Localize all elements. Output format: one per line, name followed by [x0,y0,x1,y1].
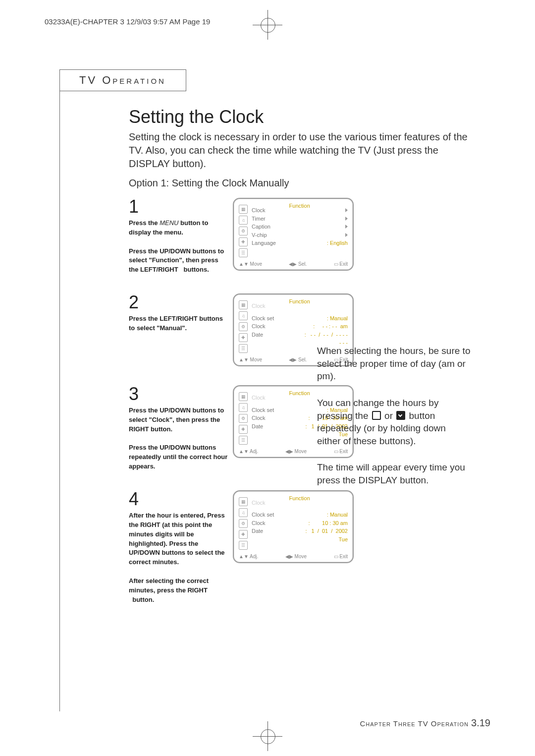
intro-text: Setting the clock is necessary in order … [129,130,476,171]
osd-menu-row: Clock: 10 : 30 am [252,519,348,527]
osd-category-icon: ⚙ [239,519,248,528]
step-instructions: 2Press the LEFT/RIGHT buttons to select … [129,293,233,333]
step-text: Press the LEFT/RIGHT buttons to select "… [129,314,228,333]
osd-hint: ▲▼ Adj. [239,449,258,454]
osd-row-label: Language [252,239,276,247]
osd-title: Function [289,203,310,209]
osd-title: Function [289,495,310,501]
osd-hint: ▲▼ Move [239,261,262,267]
step-text: Press the UP/DOWN buttons to select "Clo… [129,406,228,471]
step-instructions: 1Press the MENU button to display the me… [129,198,233,275]
option-heading: Option 1: Setting the Clock Manually [129,177,476,189]
osd-menu-list: ClockClock set: ManualClock: 10 : 30 amD… [252,497,348,550]
osd-row-label: Caption [252,223,270,231]
osd-hint: ◀▶ Sel. [289,357,307,362]
osd-category-icon: ✚ [239,425,248,434]
osd-title: Function [289,390,310,396]
osd-category-icon: ▦ [239,205,248,214]
step-number: 1 [129,198,228,216]
osd-menu-row: Date: - - / - - / - - - - [252,331,348,339]
note-fragment: or [384,410,393,421]
note-text: The time will appear every time you pres… [317,461,471,486]
osd-category-icon: ⚙ [239,227,248,235]
note-text: When selecting the hours, be sure to sel… [317,345,471,383]
down-button-icon [396,411,405,420]
osd-row-label: Date [252,331,263,339]
note-text: You can change the hours by pressing the… [317,397,471,448]
osd-screenshot: Function▦♫⚙✚☰ClockTimerCaptionV-chipLang… [233,198,354,271]
osd-hint: ◀▶ Sel. [289,261,307,267]
arrow-right-icon [344,206,348,215]
arrow-right-icon [344,215,348,223]
osd-row-value: : - - / - - / - - - - [305,331,348,339]
osd-hint: ▲▼ Adj. [239,554,258,559]
osd-screenshot: Function▦♫⚙✚☰ClockClock set: ManualClock… [233,490,354,563]
step-text: Press the MENU button to display the men… [129,219,228,275]
osd-row-value: : - - : - - am [313,322,348,331]
osd-hint: ◀▶ Move [285,554,307,559]
osd-icon-column: ▦♫⚙✚☰ [239,205,248,257]
osd-footer-hints: ▲▼ Adj.◀▶ Move▭ Exit [239,554,348,559]
step-number: 3 [129,385,228,403]
osd-row-value: : Manual [327,314,348,323]
osd-category-icon: ♫ [239,508,248,517]
osd-menu-row: Language: English [252,239,348,247]
osd-menu-row: V-chip [252,231,348,239]
osd-row-label: Clock [252,519,266,527]
step-text: After the hour is entered, Press the RIG… [129,511,228,604]
osd-row-label: Timer [252,215,266,223]
osd-menu-row: Caption [252,223,348,231]
osd-row-label: Clock [252,414,266,422]
osd-hint: ▲▼ Move [239,357,262,362]
osd-category-icon: ⚙ [239,322,248,331]
side-notes: When selecting the hours, be sure to sel… [317,345,471,501]
osd-row-value: : Manual [327,511,348,519]
page-title: Setting the Clock [129,107,476,127]
osd-menu-list: ClockTimerCaptionV-chipLanguage: English [252,205,348,257]
osd-icon-column: ▦♫⚙✚☰ [239,497,248,550]
osd-category-icon: ☰ [239,344,248,353]
step-instructions: 4After the hour is entered, Press the RI… [129,490,233,604]
osd-menu-row: Clock set: Manual [252,511,348,519]
footer-chapter: Chapter Three TV Operation [360,719,469,728]
osd-category-icon: ✚ [239,530,248,539]
osd-title: Function [289,298,310,304]
page-footer: Chapter Three TV Operation 3.19 [360,717,491,729]
side-rule [59,69,60,711]
osd-hint: ▭ Exit [334,554,348,559]
osd-menu-row: Timer [252,215,348,223]
osd-row-value: : English [327,239,348,247]
osd-category-icon: ☰ [239,436,248,445]
osd-row-label: Clock [252,206,266,215]
osd-row-label: V-chip [252,231,267,239]
step-number: 2 [129,293,228,311]
arrow-right-icon [344,223,348,231]
step-row: 4After the hour is entered, Press the RI… [129,490,476,604]
up-button-icon [372,411,381,420]
osd-category-icon: ▦ [239,497,248,506]
section-label: TV Operation [59,69,186,91]
osd-row-label: Clock set [252,511,274,519]
osd-hint: ◀▶ Move [285,449,307,454]
arrow-right-icon [344,231,348,239]
osd-category-icon: ✚ [239,333,248,342]
osd-icon-column: ▦♫⚙✚☰ [239,392,248,445]
osd-category-icon: ☰ [239,248,248,257]
osd-category-icon: ♫ [239,311,248,320]
osd-menu-row: Tue [252,535,348,544]
osd-category-icon: ☰ [239,541,248,550]
osd-footer-hints: ▲▼ Move◀▶ Sel.▭ Exit [239,261,348,267]
step-row: 1Press the MENU button to display the me… [129,198,476,275]
osd-row-label: Clock [252,322,266,331]
manual-page: 03233A(E)-CHAPTER 3 12/9/03 9:57 AM Page… [0,0,535,756]
print-header: 03233A(E)-CHAPTER 3 12/9/03 9:57 AM Page… [45,17,210,26]
osd-menu-row: Clock: - - : - - am [252,322,348,331]
step-instructions: 3Press the UP/DOWN buttons to select "Cl… [129,385,233,471]
osd-hint: ▭ Exit [334,261,348,267]
osd-row-label: Clock set [252,406,274,414]
osd-menu-row: Date: 1 / 01 / 2002 [252,527,348,535]
osd-category-icon: ✚ [239,237,248,246]
osd-category-icon: ▦ [239,392,248,401]
osd-category-icon: ♫ [239,216,248,225]
osd-icon-column: ▦♫⚙✚☰ [239,300,248,353]
